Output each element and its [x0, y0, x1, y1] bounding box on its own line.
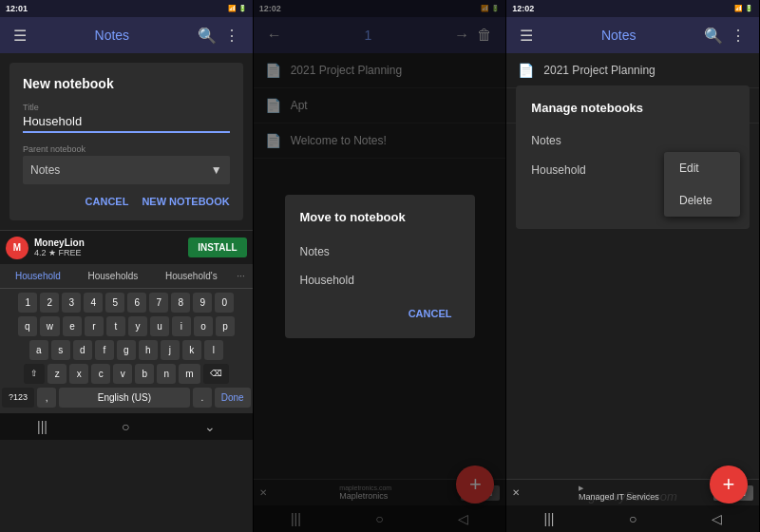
key-9[interactable]: 9	[193, 293, 212, 313]
key-r[interactable]: r	[85, 316, 104, 336]
period-key[interactable]: .	[193, 388, 212, 408]
move-option-notes[interactable]: Notes	[300, 238, 460, 266]
key-a[interactable]: a	[29, 340, 48, 360]
manage-item-notes[interactable]: Notes	[531, 126, 734, 155]
suggestion-3[interactable]: Household's	[158, 271, 225, 281]
title-field-label: Title	[23, 103, 230, 112]
search-icon-1[interactable]: 🔍	[194, 27, 220, 45]
key-7[interactable]: 7	[149, 293, 168, 313]
move-dialog-overlay: Move to notebook Notes Household CANCEL	[254, 0, 506, 532]
manage-dialog-title: Manage notebooks	[531, 101, 734, 115]
suggestion-1[interactable]: Household	[8, 271, 68, 281]
dropdown-icon: ▼	[211, 163, 222, 177]
key-l[interactable]: l	[204, 340, 223, 360]
key-5[interactable]: 5	[105, 293, 124, 313]
move-dialog-actions: CANCEL	[300, 304, 460, 323]
key-1[interactable]: 1	[18, 293, 37, 313]
phone-panel-3: 12:02 📶 🔋 ☰ Notes 🔍 ⋮ 📄 2021 Project Pla…	[506, 0, 760, 532]
menu-icon-1[interactable]: ☰	[10, 27, 30, 45]
app-bar-3: ☰ Notes 🔍 ⋮	[506, 17, 759, 53]
key-k[interactable]: k	[182, 340, 201, 360]
new-notebook-button[interactable]: NEW NOTEBOOK	[142, 196, 229, 207]
key-u[interactable]: u	[150, 316, 169, 336]
status-time-1: 12:01	[6, 4, 28, 13]
fab-3[interactable]: +	[710, 466, 748, 504]
app-bar-1: ☰ Notes 🔍 ⋮	[0, 17, 253, 53]
key-i[interactable]: i	[172, 316, 191, 336]
key-h[interactable]: h	[139, 340, 158, 360]
key-8[interactable]: 8	[171, 293, 190, 313]
key-q[interactable]: q	[18, 316, 37, 336]
ad-close-3[interactable]: ✕	[512, 487, 520, 498]
parent-field-label: Parent notebook	[23, 144, 230, 154]
more-icon-1[interactable]: ⋮	[220, 27, 243, 45]
status-icons-1: 📶 🔋	[228, 5, 247, 12]
key-s[interactable]: s	[51, 340, 70, 360]
key-j[interactable]: j	[161, 340, 180, 360]
phone-panel-2: 12:02 📶 🔋 ← 1 → 🗑 📄 2021 Project Plannin…	[254, 0, 507, 532]
nav-home[interactable]: ○	[122, 419, 129, 434]
move-option-household[interactable]: Household	[300, 266, 460, 294]
key-o[interactable]: o	[194, 316, 213, 336]
nav-back[interactable]: ⌄	[204, 419, 216, 434]
status-bar-1: 12:01 📶 🔋	[0, 0, 253, 17]
context-popup: Edit Delete	[664, 152, 740, 217]
nav-back-3[interactable]: ◁	[712, 511, 722, 526]
suggestion-2[interactable]: Households	[80, 271, 145, 281]
key-v[interactable]: v	[113, 364, 132, 384]
status-time-3: 12:02	[512, 4, 534, 13]
delete-option[interactable]: Delete	[664, 184, 740, 217]
ad-logo-1: M	[6, 237, 28, 259]
nav-bar-3: ||| ○ ◁	[506, 505, 759, 532]
install-button[interactable]: INSTALL	[188, 238, 246, 257]
key-g[interactable]: g	[117, 340, 136, 360]
parent-field-value[interactable]: Notes ▼	[23, 156, 230, 184]
phone-panel-1: 12:01 📶 🔋 ☰ Notes 🔍 ⋮ New notebook Title…	[0, 0, 254, 532]
key-t[interactable]: t	[106, 316, 125, 336]
space-key[interactable]: English (US)	[59, 388, 190, 408]
menu-icon-3[interactable]: ☰	[516, 27, 537, 45]
nav-home-3[interactable]: ○	[629, 511, 636, 526]
shift-key[interactable]: ⇧	[24, 364, 45, 384]
backspace-key[interactable]: ⌫	[203, 364, 229, 384]
new-notebook-dialog: New notebook Title Household Parent note…	[10, 63, 243, 220]
key-0[interactable]: 0	[215, 293, 234, 313]
key-e[interactable]: e	[63, 316, 82, 336]
nav-bar-1: ||| ○ ⌄	[0, 413, 253, 440]
key-3[interactable]: 3	[62, 293, 81, 313]
key-n[interactable]: n	[157, 364, 176, 384]
note-icon-3-1: 📄	[518, 63, 534, 78]
key-row-asdf: a s d f g h j k l	[2, 340, 251, 360]
comma-key[interactable]: ,	[37, 388, 56, 408]
key-c[interactable]: c	[91, 364, 110, 384]
key-d[interactable]: d	[73, 340, 92, 360]
key-6[interactable]: 6	[127, 293, 146, 313]
more-icon-3[interactable]: ⋮	[727, 27, 750, 45]
key-b[interactable]: b	[135, 364, 154, 384]
key-p[interactable]: p	[216, 316, 235, 336]
key-m[interactable]: m	[179, 364, 200, 384]
numbers-key[interactable]: ?123	[2, 388, 34, 408]
nav-apps-3[interactable]: |||	[544, 511, 555, 526]
app-title-3: Notes	[537, 28, 700, 43]
search-icon-3[interactable]: 🔍	[700, 27, 727, 45]
key-2[interactable]: 2	[40, 293, 59, 313]
key-row-zxcv: ⇧ z x c v b n m ⌫	[2, 364, 251, 384]
more-suggestions-icon[interactable]: ···	[237, 271, 244, 281]
title-field-value[interactable]: Household	[23, 114, 230, 133]
key-z[interactable]: z	[48, 364, 66, 384]
new-notebook-heading: New notebook	[23, 76, 230, 91]
note-item-3-1[interactable]: 📄 2021 Project Planning	[506, 53, 759, 88]
move-cancel-button[interactable]: CANCEL	[401, 304, 460, 323]
done-key[interactable]: Done	[215, 388, 251, 408]
ad-bar-1: M MoneyLion 4.2 ★ FREE INSTALL	[0, 230, 253, 264]
key-4[interactable]: 4	[84, 293, 103, 313]
key-f[interactable]: f	[95, 340, 114, 360]
nav-apps[interactable]: |||	[37, 419, 48, 434]
key-w[interactable]: w	[40, 316, 60, 336]
key-x[interactable]: x	[69, 364, 88, 384]
ad-text-1: MoneyLion 4.2 ★ FREE	[34, 238, 188, 257]
edit-option[interactable]: Edit	[664, 152, 740, 184]
key-y[interactable]: y	[128, 316, 147, 336]
cancel-button[interactable]: CANCEL	[86, 196, 129, 207]
